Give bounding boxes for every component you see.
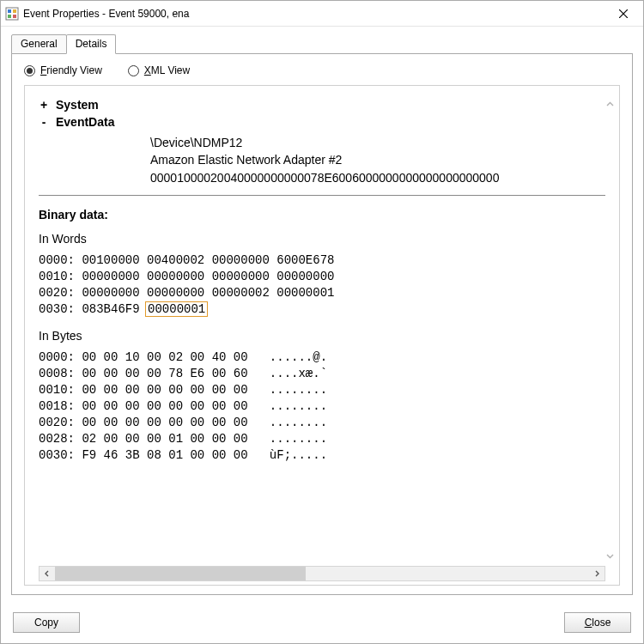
titlebar: Event Properties - Event 59000, ena bbox=[1, 1, 643, 27]
eventdata-node[interactable]: - EventData bbox=[39, 115, 605, 129]
binary-data-title: Binary data: bbox=[39, 208, 605, 222]
view-radio-group: Friendly View XML View bbox=[24, 64, 620, 76]
eventdata-value: \Device\NDMP12 bbox=[150, 134, 605, 151]
tab-details[interactable]: Details bbox=[66, 34, 117, 54]
window-title: Event Properties - Event 59000, ena bbox=[23, 8, 604, 20]
radio-icon bbox=[128, 65, 139, 76]
app-icon bbox=[1, 7, 23, 21]
svg-rect-1 bbox=[8, 9, 11, 13]
dialog-footer: Copy Close bbox=[1, 604, 643, 643]
scroll-up-icon[interactable] bbox=[604, 98, 617, 111]
xml-view-label: XML View bbox=[144, 64, 190, 76]
in-bytes-label: In Bytes bbox=[39, 329, 605, 343]
client-area: General Details Friendly View XML View +… bbox=[1, 27, 643, 604]
scroll-right-icon[interactable] bbox=[589, 567, 605, 580]
system-node[interactable]: + System bbox=[39, 98, 605, 112]
close-window-button[interactable] bbox=[604, 1, 643, 27]
eventdata-label: EventData bbox=[56, 115, 114, 129]
copy-button[interactable]: Copy bbox=[13, 612, 80, 633]
scroll-left-icon[interactable] bbox=[39, 567, 55, 580]
in-words-label: In Words bbox=[39, 232, 605, 246]
details-content: + System - EventData \Device\NDMP12 Amaz… bbox=[24, 85, 620, 586]
scroll-down-icon[interactable] bbox=[604, 550, 617, 562]
eventdata-value: 00001000020040000000000078E6006000000000… bbox=[150, 169, 605, 186]
svg-rect-4 bbox=[13, 15, 16, 18]
eventdata-value: Amazon Elastic Network Adapter #2 bbox=[150, 151, 605, 168]
collapse-icon: - bbox=[39, 115, 49, 129]
radio-icon bbox=[24, 65, 35, 76]
svg-rect-3 bbox=[8, 15, 11, 18]
close-icon bbox=[619, 9, 628, 18]
horizontal-scrollbar[interactable] bbox=[39, 566, 605, 581]
divider bbox=[39, 195, 605, 196]
friendly-view-label: Friendly View bbox=[40, 64, 102, 76]
close-button[interactable]: Close bbox=[564, 612, 631, 633]
words-dump: 0000: 00100000 00400002 00000000 6000E67… bbox=[39, 252, 605, 318]
friendly-view-radio[interactable]: Friendly View bbox=[24, 64, 102, 76]
system-label: System bbox=[56, 98, 99, 112]
tab-general[interactable]: General bbox=[11, 34, 67, 54]
svg-rect-2 bbox=[13, 9, 16, 13]
event-properties-window: Event Properties - Event 59000, ena Gene… bbox=[0, 0, 644, 644]
scroll-thumb[interactable] bbox=[55, 567, 306, 580]
bytes-dump: 0000: 00 00 10 00 02 00 40 00 ......@. 0… bbox=[39, 349, 605, 463]
xml-view-radio[interactable]: XML View bbox=[128, 64, 190, 76]
tabstrip: General Details bbox=[11, 33, 633, 53]
eventdata-values: \Device\NDMP12 Amazon Elastic Network Ad… bbox=[150, 134, 605, 186]
highlighted-word: 00000001 bbox=[145, 301, 208, 317]
scroll-track[interactable] bbox=[55, 567, 589, 580]
expand-icon: + bbox=[39, 98, 49, 112]
details-panel: Friendly View XML View + System - EventD… bbox=[11, 53, 633, 595]
vertical-scrollbar[interactable] bbox=[603, 98, 617, 562]
